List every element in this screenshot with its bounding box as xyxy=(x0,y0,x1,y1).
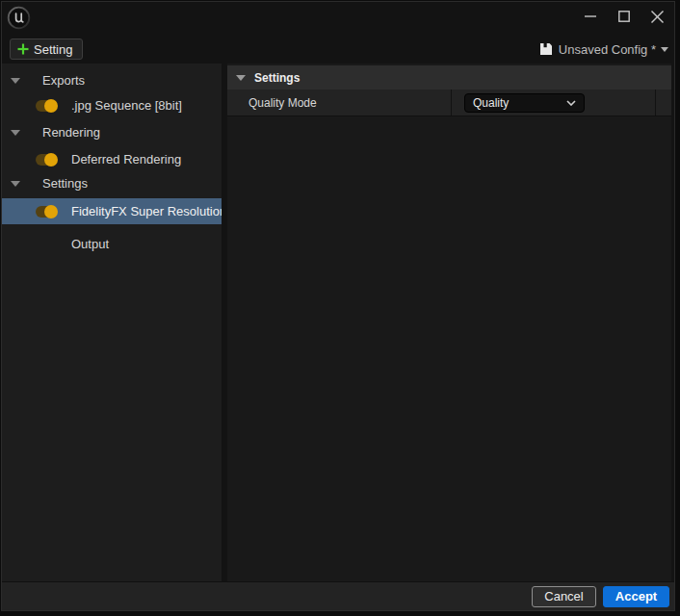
minimize-button[interactable] xyxy=(573,2,607,31)
cancel-button[interactable]: Cancel xyxy=(532,586,596,607)
window-controls xyxy=(573,2,674,31)
unreal-engine-logo-icon xyxy=(7,6,31,30)
maximize-button[interactable] xyxy=(607,2,641,31)
settings-tree-panel: Exports .jpg Sequence [8bit] Rendering D… xyxy=(2,64,222,581)
details-section-header[interactable]: Settings xyxy=(227,65,671,90)
details-panel: Settings Quality Mode Quality xyxy=(227,64,671,581)
close-button[interactable] xyxy=(641,2,674,31)
collapse-arrow-icon[interactable] xyxy=(11,130,20,136)
save-icon xyxy=(539,42,553,56)
property-label: Quality Mode xyxy=(227,90,452,116)
dialog-footer: Cancel Accept xyxy=(2,581,674,610)
collapse-arrow-icon xyxy=(236,75,246,81)
toolbar: Setting Unsaved Config * xyxy=(2,35,674,64)
accept-button[interactable]: Accept xyxy=(603,586,669,607)
tree-item-fidelityfx-super-resolution[interactable]: FidelityFX Super Resolution xyxy=(2,198,222,224)
toggle-on-switch[interactable] xyxy=(36,206,57,218)
config-preset-dropdown[interactable]: Unsaved Config * xyxy=(539,35,668,64)
movie-render-queue-settings-window: Setting Unsaved Config * Exports .jpg Se… xyxy=(1,1,675,611)
tree-group-exports[interactable]: Exports xyxy=(2,67,222,93)
collapse-arrow-icon[interactable] xyxy=(11,181,20,187)
collapse-arrow-icon[interactable] xyxy=(11,78,20,84)
titlebar xyxy=(2,2,674,35)
toggle-on-switch[interactable] xyxy=(36,154,57,166)
plus-icon xyxy=(17,43,29,55)
add-setting-label: Setting xyxy=(34,42,72,57)
property-row-quality-mode: Quality Mode Quality xyxy=(227,90,671,116)
caret-down-icon xyxy=(661,47,668,52)
chevron-down-icon xyxy=(566,100,576,106)
quality-mode-dropdown[interactable]: Quality xyxy=(464,93,585,113)
reset-column xyxy=(656,90,671,116)
toggle-on-switch[interactable] xyxy=(36,100,57,112)
tree-item-output[interactable]: Output xyxy=(2,231,222,257)
add-setting-button[interactable]: Setting xyxy=(10,38,83,60)
tree-group-rendering[interactable]: Rendering xyxy=(2,119,222,145)
config-label: Unsaved Config * xyxy=(559,42,656,57)
tree-group-settings[interactable]: Settings xyxy=(2,170,222,196)
tree-item-deferred-rendering[interactable]: Deferred Rendering xyxy=(2,146,222,172)
tree-item-jpg-sequence[interactable]: .jpg Sequence [8bit] xyxy=(2,92,222,118)
